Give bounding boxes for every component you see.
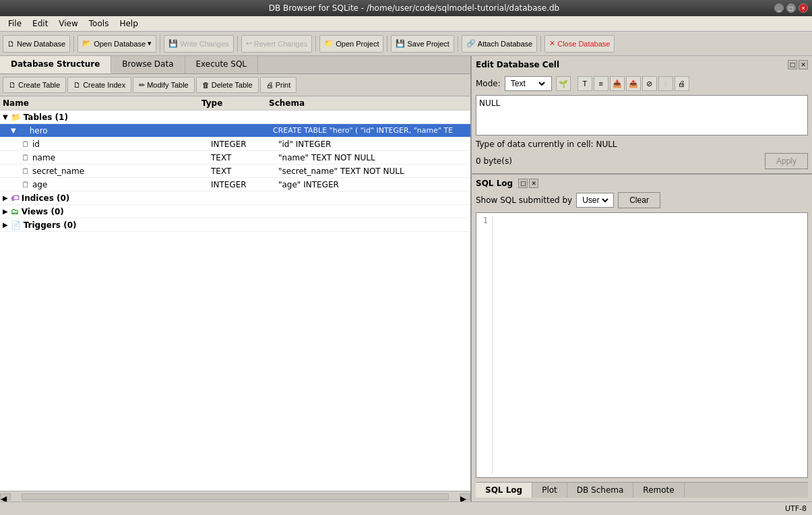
menu-view[interactable]: View (53, 18, 83, 30)
modify-table-button[interactable]: ✏ Modify Table (133, 77, 195, 93)
print-button[interactable]: 🖨 Print (260, 77, 297, 93)
menu-help[interactable]: Help (114, 18, 143, 30)
open-database-button[interactable]: 📂 Open Database ▾ (77, 35, 156, 53)
delete-table-label: Delete Table (212, 81, 253, 89)
delete-table-button[interactable]: 🗑 Delete Table (196, 77, 259, 93)
save-project-button[interactable]: 💾 Save Project (391, 35, 454, 53)
edit-cell-panel: Edit Database Cell □ ✕ Mode: Text Binary… (472, 56, 812, 175)
col-header-schema: Schema (269, 98, 468, 108)
create-table-button[interactable]: 🗋 Create Table (3, 77, 66, 93)
revert-changes-icon: ↩ (246, 39, 252, 48)
sql-log-area[interactable]: 1 (476, 212, 808, 478)
icon-import-btn[interactable]: 📥 (610, 76, 625, 91)
open-database-icon: 📂 (82, 39, 92, 48)
modify-table-label: Modify Table (147, 81, 189, 89)
tree-area[interactable]: Name Type Schema ▼ 📁 Tables (1) ▼ 🗃 (0, 96, 470, 491)
open-project-label: Open Project (336, 40, 379, 48)
new-database-label: New Database (17, 40, 65, 48)
triggers-group-label: Triggers (0) (24, 220, 77, 230)
tables-group-label: Tables (1) (24, 113, 68, 122)
icon-clear-btn[interactable]: ○ (658, 76, 673, 91)
sql-log-restore-btn[interactable]: □ (518, 179, 528, 188)
close-database-button[interactable]: ✕ Close Database (544, 35, 615, 53)
left-panel: Database Structure Browse Data Execute S… (0, 56, 472, 502)
tables-group-row[interactable]: ▼ 📁 Tables (1) (0, 111, 470, 124)
menu-bar: File Edit View Tools Help (0, 16, 812, 32)
create-index-button[interactable]: 🗋 Create Index (67, 77, 131, 93)
menu-file[interactable]: File (3, 18, 27, 30)
menu-tools[interactable]: Tools (84, 18, 115, 30)
tab-browse-data[interactable]: Browse Data (111, 56, 185, 73)
cell-value: NULL (479, 98, 500, 108)
attach-database-button[interactable]: 🔗 Attach Database (462, 35, 537, 53)
menu-edit[interactable]: Edit (27, 18, 53, 30)
col-secret-name-icon: 🗒 (22, 166, 30, 176)
sql-log-header: SQL Log □ ✕ (476, 179, 808, 188)
encoding-label: UTF-8 (785, 504, 807, 513)
col-id-type: INTEGER (211, 140, 278, 149)
icon-null-btn[interactable]: ⊘ (642, 76, 657, 91)
cell-type-info: Type of data currently in cell: NULL (476, 140, 808, 149)
hero-table-row[interactable]: ▼ 🗃 hero CREATE TABLE "hero" ( "id" INTE… (0, 124, 470, 138)
icon-export-btn[interactable]: 📤 (626, 76, 641, 91)
indices-group-label: Indices (0) (22, 193, 70, 203)
icon-print-btn[interactable]: 🖨 (675, 76, 689, 91)
title-bar: DB Browser for SQLite - /home/user/code/… (0, 0, 812, 16)
mode-extra-btn[interactable]: 🌱 (556, 76, 571, 91)
show-sql-row: Show SQL submitted by User App Both Clea… (476, 192, 808, 208)
revert-changes-label: Revert Changes (254, 40, 308, 48)
create-table-icon: 🗋 (9, 81, 16, 89)
col-age-schema: "age" INTEGER (278, 180, 468, 189)
edit-cell-restore-btn[interactable]: □ (788, 60, 797, 69)
edit-cell-close-btn[interactable]: ✕ (799, 60, 808, 69)
close-button[interactable]: ✕ (799, 3, 808, 13)
bottom-tab-sql-log[interactable]: SQL Log (476, 483, 532, 497)
col-name-row[interactable]: 🗒 name TEXT "name" TEXT NOT NULL (0, 151, 470, 164)
bottom-tab-remote[interactable]: Remote (633, 483, 684, 497)
col-id-row[interactable]: 🗒 id INTEGER "id" INTEGER (0, 138, 470, 151)
open-project-button[interactable]: 📁 Open Project (319, 35, 383, 53)
tab-database-structure[interactable]: Database Structure (0, 56, 111, 73)
sql-log-close-btn[interactable]: ✕ (529, 179, 538, 188)
clear-button[interactable]: Clear (618, 192, 660, 208)
toolbar-separator-7 (540, 36, 541, 52)
show-sql-label: Show SQL submitted by (476, 195, 572, 205)
maximize-button[interactable]: □ (786, 3, 796, 13)
mode-select[interactable]: Text Binary NULL Real Integer (505, 76, 552, 91)
mode-dropdown[interactable]: Text Binary NULL Real Integer (508, 78, 547, 89)
scroll-right-btn[interactable]: ▶ (460, 493, 470, 500)
bottom-tab-plot[interactable]: Plot (532, 483, 567, 497)
minimize-button[interactable]: _ (774, 3, 784, 13)
toolbar-separator-4 (315, 36, 316, 52)
indices-group-row[interactable]: ▶ 🏷 Indices (0) (0, 191, 470, 205)
write-changes-button[interactable]: 💾 Write Changes (164, 35, 234, 53)
icon-text-btn[interactable]: T (577, 76, 592, 91)
apply-button[interactable]: Apply (765, 153, 808, 169)
tab-execute-sql[interactable]: Execute SQL (185, 56, 259, 73)
views-triangle: ▶ (3, 208, 8, 215)
triggers-group-row[interactable]: ▶ 📄 Triggers (0) (0, 218, 470, 232)
write-changes-icon: 💾 (168, 39, 178, 48)
col-age-row[interactable]: 🗒 age INTEGER "age" INTEGER (0, 178, 470, 191)
sql-submitted-select[interactable]: User App Both (576, 193, 614, 208)
bottom-tab-db-schema[interactable]: DB Schema (567, 483, 634, 497)
col-secret-name-row[interactable]: 🗒 secret_name TEXT "secret_name" TEXT NO… (0, 164, 470, 178)
col-age-icon: 🗒 (22, 180, 30, 189)
sql-log-title: SQL Log (476, 179, 513, 188)
scroll-left-btn[interactable]: ◀ (0, 493, 11, 500)
toolbar-separator-6 (458, 36, 458, 52)
revert-changes-button[interactable]: ↩ Revert Changes (241, 35, 313, 53)
attach-database-icon: 🔗 (466, 39, 476, 48)
cell-size-info: 0 byte(s) (476, 156, 512, 166)
icon-align-btn[interactable]: ≡ (594, 76, 608, 91)
cell-edit-area[interactable]: NULL (476, 95, 808, 135)
views-group-row[interactable]: ▶ 🗂 Views (0) (0, 205, 470, 218)
new-database-button[interactable]: 🗋 New Database (3, 35, 70, 53)
col-id-schema: "id" INTEGER (278, 140, 468, 149)
col-secret-name-label: secret_name (32, 166, 84, 176)
print-icon: 🖨 (266, 81, 274, 89)
scroll-track[interactable] (22, 493, 449, 500)
submitted-by-dropdown[interactable]: User App Both (580, 195, 611, 206)
horizontal-scrollbar[interactable]: ◀ ▶ (0, 491, 470, 502)
save-project-label: Save Project (407, 40, 449, 48)
